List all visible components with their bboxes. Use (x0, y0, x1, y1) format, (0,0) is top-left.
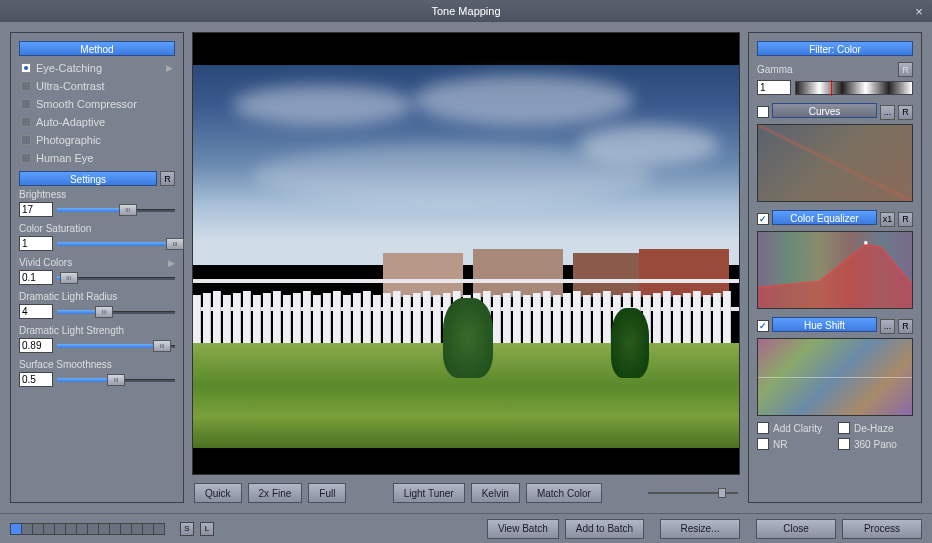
saturation-slider[interactable]: III (57, 238, 175, 250)
right-panel: Filter: Color Gamma R 1 Curves ... R Col… (748, 32, 922, 503)
slider-thumb[interactable]: III (166, 238, 184, 250)
method-label: Auto-Adaptive (36, 116, 105, 128)
view-batch-button[interactable]: View Batch (487, 519, 559, 539)
add-clarity-checkbox[interactable] (757, 422, 769, 434)
radio-icon[interactable] (21, 117, 31, 127)
resize-button[interactable]: Resize... (660, 519, 740, 539)
light-tuner-button[interactable]: Light Tuner (393, 483, 465, 503)
hue-shift-preview[interactable] (757, 338, 913, 416)
method-label: Ultra-Contrast (36, 80, 104, 92)
color-eq-header: Color Equalizer (772, 210, 877, 225)
curves-more-button[interactable]: ... (880, 105, 895, 120)
setting-label: Surface Smoothness (19, 359, 112, 370)
slider-thumb[interactable]: III (119, 204, 137, 216)
gamma-reset-button[interactable]: R (898, 62, 913, 77)
strength-input[interactable]: 0.89 (19, 338, 53, 353)
add-to-batch-button[interactable]: Add to Batch (565, 519, 644, 539)
preview-zoom-slider[interactable] (648, 487, 738, 499)
method-label: Eye-Catching (36, 62, 102, 74)
nr-checkbox[interactable] (757, 438, 769, 450)
brightness-slider[interactable]: III (57, 204, 175, 216)
save-preset-button[interactable]: S (180, 522, 194, 536)
preset-slot-14[interactable] (153, 523, 165, 535)
curves-header: Curves (772, 103, 877, 118)
chevron-right-icon: ▶ (166, 63, 173, 73)
hue-shift-more-button[interactable]: ... (880, 319, 895, 334)
radio-icon[interactable] (21, 99, 31, 109)
setting-strength: Dramatic Light Strength0.89III (19, 325, 175, 353)
settings-reset-button[interactable]: R (160, 171, 175, 186)
brightness-input[interactable]: 17 (19, 202, 53, 217)
setting-label: Brightness (19, 189, 66, 200)
radio-icon[interactable] (21, 63, 31, 73)
radio-icon[interactable] (21, 81, 31, 91)
bottom-bar: S L View Batch Add to Batch Resize... Cl… (0, 513, 932, 543)
de-haze-checkbox[interactable] (838, 422, 850, 434)
settings-header: Settings (19, 171, 157, 186)
method-header: Method (19, 41, 175, 56)
pano-option[interactable]: 360 Pano (838, 438, 913, 450)
kelvin-button[interactable]: Kelvin (471, 483, 520, 503)
slider-thumb[interactable]: III (153, 340, 171, 352)
radio-icon[interactable] (21, 135, 31, 145)
setting-saturation: Color Saturation1III (19, 223, 175, 251)
smoothness-input[interactable]: 0.5 (19, 372, 53, 387)
vivid-slider[interactable]: III (57, 272, 175, 284)
hue-shift-reset-button[interactable]: R (898, 319, 913, 334)
curves-preview[interactable] (757, 124, 913, 202)
de-haze-option[interactable]: De-Haze (838, 422, 913, 434)
quick-button[interactable]: Quick (194, 483, 242, 503)
color-eq-reset-button[interactable]: R (898, 212, 913, 227)
center-panel: Quick 2x Fine Full Light Tuner Kelvin Ma… (192, 32, 740, 503)
curves-checkbox[interactable] (757, 106, 769, 118)
load-preset-button[interactable]: L (200, 522, 214, 536)
process-button[interactable]: Process (842, 519, 922, 539)
gamma-label: Gamma (757, 64, 793, 75)
full-button[interactable]: Full (308, 483, 346, 503)
smoothness-slider[interactable]: III (57, 374, 175, 386)
setting-label: Dramatic Light Strength (19, 325, 124, 336)
radius-input[interactable]: 4 (19, 304, 53, 319)
preset-slots (10, 523, 164, 535)
method-label: Human Eye (36, 152, 93, 164)
setting-brightness: Brightness17III (19, 189, 175, 217)
match-color-button[interactable]: Match Color (526, 483, 602, 503)
setting-label: Color Saturation (19, 223, 91, 234)
saturation-input[interactable]: 1 (19, 236, 53, 251)
2xfine-button[interactable]: 2x Fine (248, 483, 303, 503)
nr-option[interactable]: NR (757, 438, 832, 450)
method-item-auto-adaptive[interactable]: Auto-Adaptive (19, 113, 175, 131)
radius-slider[interactable]: III (57, 306, 175, 318)
gamma-input[interactable]: 1 (757, 80, 791, 95)
gamma-gradient[interactable] (795, 81, 913, 95)
color-eq-x1-button[interactable]: x1 (880, 212, 895, 227)
slider-thumb[interactable]: III (95, 306, 113, 318)
slider-thumb[interactable]: III (107, 374, 125, 386)
method-item-photographic[interactable]: Photographic (19, 131, 175, 149)
method-item-human-eye[interactable]: Human Eye (19, 149, 175, 167)
hue-shift-checkbox[interactable] (757, 320, 769, 332)
filter-header: Filter: Color (757, 41, 913, 56)
close-button[interactable]: Close (756, 519, 836, 539)
slider-thumb[interactable]: III (60, 272, 78, 284)
setting-radius: Dramatic Light Radius4III (19, 291, 175, 319)
color-eq-checkbox[interactable] (757, 213, 769, 225)
strength-slider[interactable]: III (57, 340, 175, 352)
setting-vivid: Vivid Colors▶0.1III (19, 257, 175, 285)
color-eq-preview[interactable] (757, 231, 913, 309)
setting-label: Vivid Colors (19, 257, 72, 268)
hue-shift-header: Hue Shift (772, 317, 877, 332)
vivid-input[interactable]: 0.1 (19, 270, 53, 285)
window-title: Tone Mapping (431, 5, 500, 17)
add-clarity-option[interactable]: Add Clarity (757, 422, 832, 434)
close-icon[interactable]: × (912, 4, 926, 18)
method-item-ultra-contrast[interactable]: Ultra-Contrast (19, 77, 175, 95)
pano-checkbox[interactable] (838, 438, 850, 450)
curves-reset-button[interactable]: R (898, 105, 913, 120)
preview-image[interactable] (192, 32, 740, 475)
method-label: Photographic (36, 134, 101, 146)
radio-icon[interactable] (21, 153, 31, 163)
method-item-eye-catching[interactable]: Eye-Catching▶ (19, 59, 175, 77)
method-item-smooth-compressor[interactable]: Smooth Compressor (19, 95, 175, 113)
setting-smoothness: Surface Smoothness0.5III (19, 359, 175, 387)
